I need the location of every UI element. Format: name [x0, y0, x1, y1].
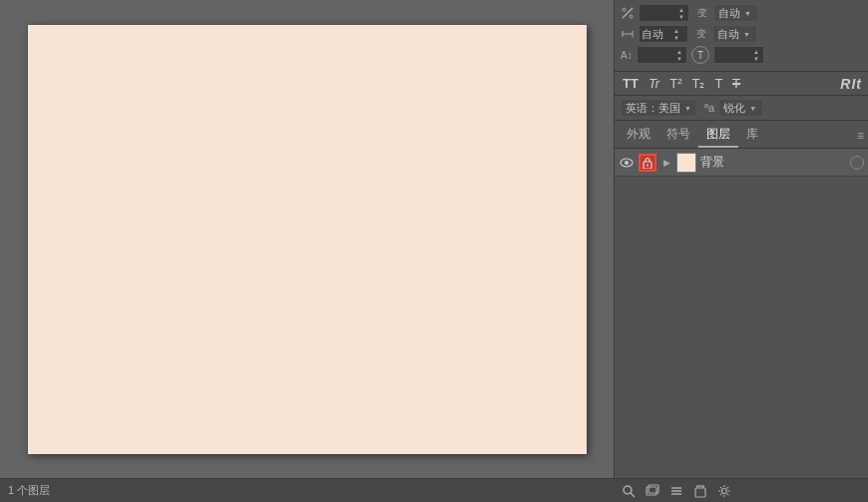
- arrange-icon[interactable]: [667, 482, 685, 500]
- typo-bold-btn[interactable]: TT: [621, 75, 641, 92]
- pt-down[interactable]: ▼: [674, 55, 684, 62]
- percent-input[interactable]: 0%: [642, 7, 676, 19]
- bottom-panel-side: [614, 478, 868, 502]
- svg-rect-17: [695, 488, 705, 497]
- t-circle-icon: T: [691, 46, 709, 64]
- percent-input-wrapper[interactable]: 0% ▲ ▼: [639, 4, 689, 22]
- aa-label: ªa: [704, 102, 714, 114]
- degree-input-wrapper[interactable]: 0° ▲ ▼: [713, 46, 764, 64]
- layer-name: 背景: [700, 154, 846, 171]
- layers-panel: ▶ 背景: [615, 149, 868, 478]
- svg-line-0: [623, 8, 633, 18]
- language-row: 英语：美国 ªa 锐化: [615, 96, 868, 121]
- typo-italic-btn[interactable]: Tr: [647, 75, 661, 92]
- tab-layers[interactable]: 图层: [698, 123, 738, 148]
- control-row-3: A↕ 0 pt ▲ ▼ T 0° ▲ ▼: [621, 46, 862, 64]
- auto-dropdown-2[interactable]: 自动: [712, 25, 757, 43]
- pt-up[interactable]: ▲: [674, 48, 684, 55]
- settings-icon[interactable]: [715, 482, 733, 500]
- degree-arrows[interactable]: ▲ ▼: [751, 48, 761, 62]
- layer-thumbnail: [676, 153, 696, 173]
- right-panel: 0% ▲ ▼ 变 自动 ▲ ▼: [614, 0, 868, 478]
- search-icon[interactable]: [620, 482, 638, 500]
- tab-symbol[interactable]: 符号: [658, 123, 698, 148]
- layer-row: ▶ 背景: [615, 149, 868, 177]
- layer-expand-arrow[interactable]: ▶: [660, 157, 672, 169]
- new-layer-icon[interactable]: [644, 482, 661, 500]
- sharpen-dropdown[interactable]: 锐化: [718, 99, 763, 117]
- control-row-1: 0% ▲ ▼ 变 自动: [621, 4, 862, 22]
- tabs-row: 外观 符号 图层 库 ≡: [615, 121, 868, 149]
- typo-sub-btn[interactable]: T₂: [689, 75, 706, 92]
- tab-menu-btn[interactable]: ≡: [857, 129, 864, 143]
- main-area: 0% ▲ ▼ 变 自动 ▲ ▼: [0, 0, 868, 478]
- A-label: A↕: [621, 50, 633, 61]
- controls-section: 0% ▲ ▼ 变 自动 ▲ ▼: [615, 0, 868, 72]
- auto-dropdown-1[interactable]: 自动: [713, 4, 758, 22]
- svg-point-10: [624, 486, 632, 494]
- auto-label2-prefix: 变: [696, 27, 708, 41]
- degree-down[interactable]: ▼: [751, 55, 761, 62]
- auto-up[interactable]: ▲: [671, 27, 681, 34]
- svg-point-7: [625, 161, 629, 165]
- rit-text: RIt: [840, 76, 862, 92]
- pt-input[interactable]: 0 pt: [640, 49, 674, 61]
- svg-point-21: [722, 488, 727, 493]
- svg-point-1: [623, 8, 626, 11]
- layer-count-label: 1 个图层: [8, 483, 50, 498]
- bottom-area: 1 个图层: [0, 478, 868, 502]
- auto-input[interactable]: [642, 28, 671, 40]
- percent-icon: [621, 6, 635, 20]
- control-row-2: ▲ ▼ 变 自动: [621, 25, 862, 43]
- svg-point-9: [647, 164, 649, 166]
- auto-label1-prefix: 变: [697, 6, 709, 20]
- typo-super-btn[interactable]: T²: [667, 75, 683, 92]
- layer-options-circle[interactable]: [850, 156, 864, 170]
- canvas-area: [0, 0, 614, 478]
- percent-down[interactable]: ▼: [676, 13, 686, 20]
- delete-layer-icon[interactable]: [691, 482, 709, 500]
- degree-up[interactable]: ▲: [751, 48, 761, 55]
- pt-arrows[interactable]: ▲ ▼: [674, 48, 684, 62]
- svg-point-2: [630, 15, 633, 18]
- layer-lock-icon[interactable]: [639, 154, 656, 172]
- typography-row: TT Tr T² T₂ T T̶ RIt: [615, 72, 868, 96]
- tab-appearance[interactable]: 外观: [619, 123, 658, 148]
- spacing-icon: [621, 27, 635, 41]
- percent-up[interactable]: ▲: [676, 6, 686, 13]
- percent-arrows[interactable]: ▲ ▼: [676, 6, 686, 20]
- bottom-canvas-side: 1 个图层: [0, 478, 614, 502]
- tab-library[interactable]: 库: [738, 123, 766, 148]
- auto-input-wrapper[interactable]: ▲ ▼: [639, 25, 688, 43]
- degree-input[interactable]: 0°: [716, 49, 751, 61]
- typo-strike-btn[interactable]: T̶: [730, 75, 742, 92]
- svg-line-11: [631, 493, 635, 497]
- canvas: [28, 25, 587, 454]
- layer-visibility-toggle[interactable]: [619, 155, 635, 171]
- auto-down[interactable]: ▼: [671, 34, 681, 41]
- typo-caps-btn[interactable]: T: [712, 75, 724, 92]
- auto-arrows[interactable]: ▲ ▼: [671, 27, 681, 41]
- language-dropdown[interactable]: 英语：美国: [621, 99, 696, 117]
- pt-input-wrapper[interactable]: 0 pt ▲ ▼: [637, 46, 687, 64]
